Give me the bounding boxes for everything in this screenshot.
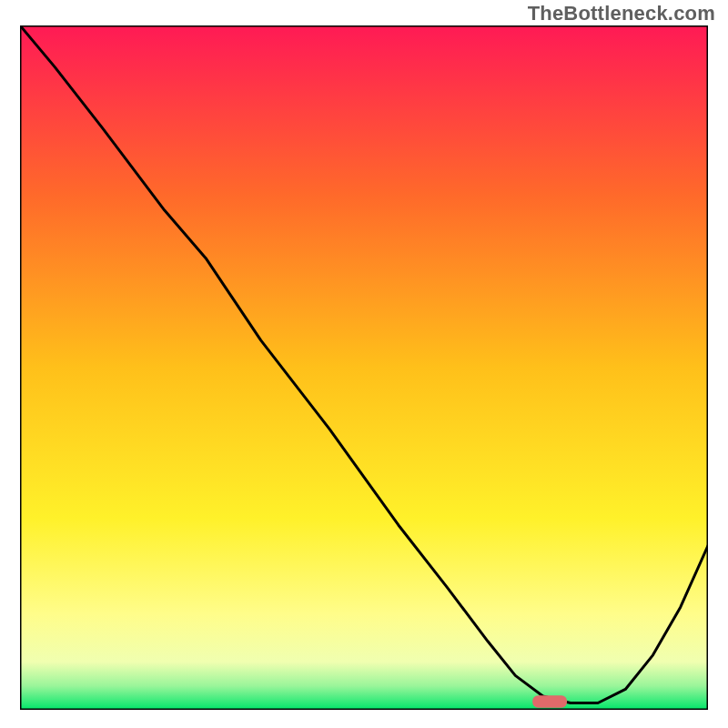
- chart-container: TheBottleneck.com: [0, 0, 728, 728]
- optimum-marker: [532, 695, 567, 708]
- chart-svg: [20, 25, 708, 710]
- gradient-background: [20, 25, 708, 710]
- watermark-text: TheBottleneck.com: [528, 2, 715, 25]
- plot-area: [20, 25, 708, 710]
